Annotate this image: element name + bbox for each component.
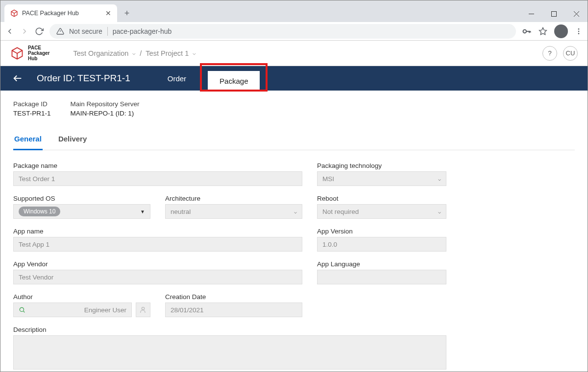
window-close-button[interactable] (565, 5, 588, 22)
svg-point-17 (20, 307, 24, 311)
sub-tab-delivery[interactable]: Delivery (57, 131, 88, 150)
svg-point-6 (523, 29, 527, 33)
svg-point-13 (578, 33, 580, 34)
window-maximize-button[interactable] (542, 5, 565, 22)
svg-point-11 (578, 28, 580, 30)
browser-forward-button[interactable] (20, 27, 29, 36)
chevron-down-icon[interactable]: ⌵ (193, 50, 196, 56)
caret-down-icon: ▼ (140, 209, 145, 214)
app-language-input[interactable] (317, 270, 446, 284)
reboot-label: Reboot (317, 195, 446, 202)
search-icon (19, 306, 25, 313)
menu-icon[interactable] (575, 27, 583, 35)
breadcrumb: Test Organization ⌵ / Test Project 1 ⌵ (73, 49, 196, 57)
chevron-down-icon: ⌵ (294, 209, 297, 214)
app-version-input[interactable]: 1.0.0 (317, 237, 446, 252)
url-text: pace-packager-hub (113, 27, 172, 35)
chevron-down-icon: ⌵ (438, 176, 441, 182)
package-name-label: Package name (13, 162, 302, 169)
logo-text: PACE Packager Hub (28, 45, 49, 61)
user-menu-button[interactable]: CU (563, 46, 578, 61)
app-logo[interactable]: PACE Packager Hub (10, 45, 49, 61)
supported-os-label: Supported OS (13, 195, 150, 202)
profile-avatar-icon[interactable] (554, 24, 568, 38)
app-name-label: App name (13, 228, 302, 235)
author-input[interactable]: Engineer User (13, 302, 132, 317)
browser-back-button[interactable] (5, 27, 14, 36)
description-textarea[interactable] (13, 335, 446, 370)
app-vendor-input[interactable]: Test Vendor (13, 270, 302, 284)
address-separator (107, 27, 108, 36)
not-secure-label: Not secure (69, 27, 102, 35)
svg-point-19 (142, 307, 144, 310)
supported-os-select[interactable]: Windows 10▼ (13, 204, 150, 219)
tab-title: PACE Packager Hub (22, 10, 79, 17)
key-icon[interactable] (522, 26, 532, 36)
logo-cube-icon (10, 46, 24, 60)
back-button[interactable] (12, 73, 23, 84)
repo-label: Main Repository Server (71, 100, 140, 108)
reboot-select[interactable]: Not required⌵ (317, 204, 446, 219)
os-chip: Windows 10 (19, 207, 60, 216)
breadcrumb-org[interactable]: Test Organization (73, 49, 128, 57)
close-tab-icon[interactable]: ✕ (105, 9, 111, 17)
chevron-down-icon: ⌵ (438, 209, 441, 214)
browser-reload-button[interactable] (35, 27, 44, 36)
favicon-icon (10, 9, 18, 17)
browser-tab[interactable]: PACE Packager Hub ✕ (4, 4, 117, 22)
new-tab-button[interactable]: + (120, 6, 134, 20)
description-label: Description (13, 326, 446, 333)
creation-date-label: Creation Date (165, 293, 302, 301)
app-version-label: App Version (317, 228, 446, 235)
creation-date-input[interactable]: 28/01/2021 (165, 302, 302, 317)
not-secure-icon (56, 27, 64, 35)
svg-point-12 (578, 30, 580, 32)
author-label: Author (13, 293, 150, 301)
architecture-label: Architecture (165, 195, 302, 202)
address-bar[interactable]: Not secure pace-packager-hub (49, 24, 516, 39)
window-minimize-button[interactable] (520, 5, 542, 22)
tab-package[interactable]: Package (208, 71, 260, 91)
help-button[interactable]: ? (542, 46, 557, 61)
app-vendor-label: App Vendor (13, 260, 302, 268)
app-language-label: App Language (317, 260, 446, 268)
repo-value: MAIN-REPO-1 (ID: 1) (71, 110, 140, 117)
page-title: Order ID: TEST-PR1-1 (37, 73, 130, 84)
tab-order[interactable]: Order (164, 66, 190, 91)
svg-line-18 (24, 311, 25, 313)
package-id-label: Package ID (13, 100, 51, 108)
app-name-input[interactable]: Test App 1 (13, 237, 302, 252)
star-icon[interactable] (539, 27, 547, 36)
package-id-value: TEST-PR1-1 (13, 110, 51, 117)
tab-package-container: Package (204, 66, 264, 91)
sub-tab-general[interactable]: General (13, 131, 43, 150)
architecture-select[interactable]: neutral⌵ (165, 204, 302, 219)
breadcrumb-sep: / (140, 49, 142, 57)
svg-rect-3 (551, 11, 556, 16)
packaging-tech-select[interactable]: MSI⌵ (317, 171, 446, 186)
assign-user-button[interactable] (136, 302, 150, 317)
breadcrumb-project[interactable]: Test Project 1 (146, 49, 189, 57)
packaging-tech-label: Packaging technology (317, 162, 446, 169)
chevron-down-icon[interactable]: ⌵ (132, 50, 136, 56)
package-name-input[interactable]: Test Order 1 (13, 171, 302, 186)
svg-marker-10 (539, 27, 547, 34)
